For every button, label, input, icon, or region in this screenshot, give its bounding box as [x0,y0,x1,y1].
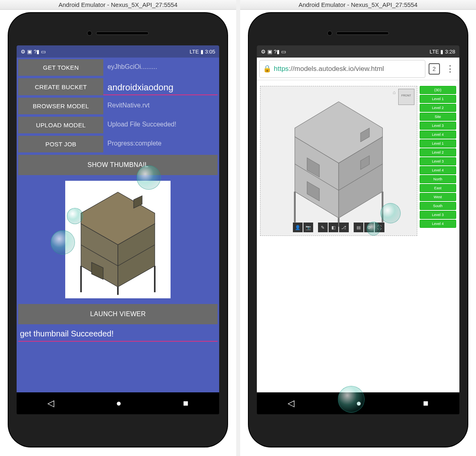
android-navbar: ◁ ● ■ [17,392,219,414]
token-value: eyJhbGciOi......... [103,59,218,76]
view-item[interactable]: Level 4 [420,220,456,228]
view-item[interactable]: Level 1 [420,95,456,103]
tool-layers-icon[interactable]: ▤ [354,223,363,232]
upload-status-value: Upload File Succeeded! [103,117,218,133]
view-item[interactable]: Level 2 [420,148,456,156]
view-item[interactable]: Level 3 [420,157,456,165]
battery-icon: ▮ [201,49,203,55]
lte-icon: LTE [190,49,199,55]
android-status-bar: ⚙ ▣ ?▮ ▭ LTE ▮ 3:28 [257,45,459,58]
viewer-area: ⌂ FRONT [257,83,459,392]
thumbnail-image [65,181,171,298]
view-item[interactable]: Level 2 [420,104,456,112]
view-item[interactable]: East [420,184,456,192]
android-status-bar: ⚙ ▣ ?▮ ▭ LTE ▮ 3:05 [17,45,219,58]
home-icon[interactable]: ● [116,398,121,409]
viewcube-icon[interactable]: FRONT [398,89,414,105]
url-rest: ://models.autodesk.io/view.html [289,65,384,73]
window-title-right: Android Emulator - Nexus_5X_API_27:5554 [240,0,476,10]
model-canvas[interactable]: ⌂ FRONT [260,86,417,236]
create-bucket-button[interactable]: CREATE BUCKET [18,78,103,95]
camera-icon [87,31,92,36]
screen-right: ⚙ ▣ ?▮ ▭ LTE ▮ 3:28 🔒 ht [257,45,459,414]
a-icon: ▣ [267,49,272,55]
sd-icon: ▭ [281,49,286,55]
bucket-input[interactable]: androidxiaodong [103,78,218,95]
view-item[interactable]: Level 3 [420,122,456,130]
emulator-left: Android Emulator - Nexus_5X_API_27:5554 … [0,0,236,456]
job-progress-value: Progress:complete [103,136,218,152]
view-item[interactable]: Level 4 [420,131,456,139]
views-sidebar: (3D)Level 1Level 2SiteLevel 3Level 4Leve… [420,86,456,389]
android-navbar: ◁ ● ■ [257,392,459,414]
signal-icon: ?▮ [34,49,39,55]
view-item[interactable]: West [420,193,456,201]
view-item[interactable]: South [420,202,456,210]
url-field[interactable]: 🔒 https://models.autodesk.io/view.html [259,60,425,78]
camera-icon [327,31,332,36]
home-view-icon[interactable]: ⌂ [393,90,396,95]
tab-count[interactable]: 2 [429,63,440,75]
status-message: get thumbnail Succeeded! [18,327,218,342]
get-token-button[interactable]: GET TOKEN [18,59,103,76]
tool-tree-icon[interactable]: ⎇ [339,223,349,232]
viewer-toolbar: 👤 📷 ✎ ◧ ⎇ ▤ ⚙ ⛶ [293,223,384,232]
view-item[interactable]: North [420,175,456,183]
lock-icon: 🔒 [263,64,271,73]
building-model-icon [260,86,417,235]
signal-icon: ?▮ [274,49,280,55]
settings-icon: ⚙ [261,49,266,55]
menu-icon[interactable]: ⋮ [443,64,457,74]
screen-left: ⚙ ▣ ?▮ ▭ LTE ▮ 3:05 GET TOKEN eyJhbGciOi… [17,45,219,414]
tool-cube-icon[interactable]: ◧ [329,223,338,232]
tool-person-icon[interactable]: 👤 [293,223,303,232]
speaker-icon [96,32,149,35]
tool-brush-icon[interactable]: ✎ [318,223,328,232]
phone-area-right: ⚙ ▣ ?▮ ▭ LTE ▮ 3:28 🔒 ht [240,10,476,456]
building-icon [65,181,171,298]
back-icon[interactable]: ◁ [47,398,54,409]
show-thumbnail-button[interactable]: SHOW THUMBNAIL [18,155,218,175]
upload-model-button[interactable]: UPLOAD MODEL [18,117,103,133]
post-job-button[interactable]: POST JOB [18,136,103,152]
launch-viewer-button[interactable]: LAUNCH VIEWER [18,304,218,324]
phone-frame-right: ⚙ ▣ ?▮ ▭ LTE ▮ 3:28 🔒 ht [249,13,467,447]
settings-icon: ⚙ [21,49,26,55]
view-item[interactable]: (3D) [420,86,456,94]
emulator-right: Android Emulator - Nexus_5X_API_27:5554 … [240,0,476,456]
sd-icon: ▭ [41,49,46,55]
recents-icon[interactable]: ■ [183,398,188,409]
back-icon[interactable]: ◁ [288,398,295,409]
browser-model-button[interactable]: BROWSER MODEL [18,98,103,114]
clock: 3:28 [445,49,455,55]
view-item[interactable]: Site [420,113,456,121]
view-item[interactable]: Level 4 [420,166,456,174]
a-icon: ▣ [27,49,32,55]
tool-settings-icon[interactable]: ⚙ [364,223,374,232]
window-title-left: Android Emulator - Nexus_5X_API_27:5554 [0,0,236,10]
lte-icon: LTE [430,49,439,55]
view-item[interactable]: Level 1 [420,139,456,148]
home-icon[interactable]: ● [356,398,361,409]
browser-body: 🔒 https://models.autodesk.io/view.html 2… [257,58,459,392]
model-file-value: RevitNative.rvt [103,98,218,114]
clock: 3:05 [205,49,215,55]
view-item[interactable]: Level 3 [420,211,456,219]
battery-icon: ▮ [440,49,443,55]
thumbnail-area [18,178,218,302]
url-scheme: https [274,65,289,73]
browser-urlbar: 🔒 https://models.autodesk.io/view.html 2… [257,58,459,80]
app-body-left: GET TOKEN eyJhbGciOi......... CREATE BUC… [17,58,219,392]
phone-area-left: ⚙ ▣ ?▮ ▭ LTE ▮ 3:05 GET TOKEN eyJhbGciOi… [0,10,236,456]
speaker-icon [336,32,389,35]
tool-camera-icon[interactable]: 📷 [303,223,313,232]
phone-frame-left: ⚙ ▣ ?▮ ▭ LTE ▮ 3:05 GET TOKEN eyJhbGciOi… [9,13,227,447]
recents-icon[interactable]: ■ [423,398,428,409]
tool-expand-icon[interactable]: ⛶ [375,223,384,232]
